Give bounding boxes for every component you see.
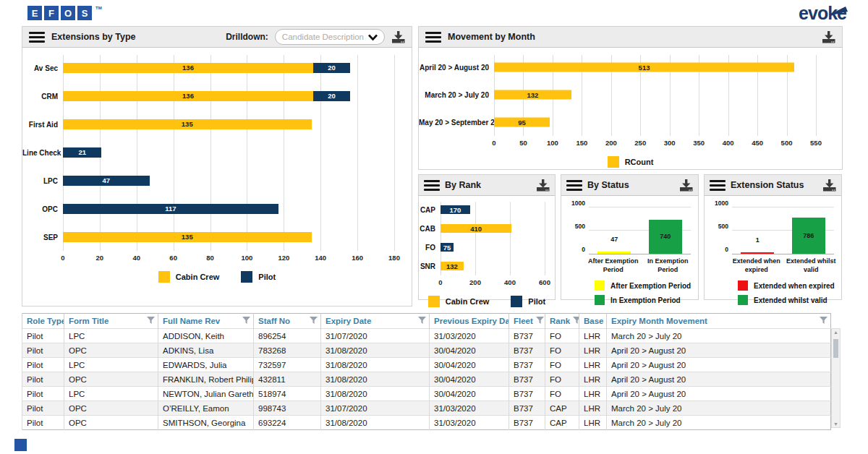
chart-row: SEP135 — [63, 223, 394, 251]
filter-icon[interactable] — [242, 317, 250, 326]
column-bar[interactable] — [597, 252, 631, 254]
axis-tick-label: 60 — [169, 254, 177, 262]
column-bar[interactable]: 740 — [649, 220, 682, 254]
gridline — [732, 207, 834, 207]
gridline — [545, 202, 545, 275]
column-header[interactable]: Form Title — [64, 314, 158, 329]
drilldown-select[interactable]: Candidate Description — [275, 29, 385, 45]
table-row[interactable]: PilotLPCNEWTON, Julian Gareth51897431/08… — [22, 387, 831, 401]
table-cell: LPC — [64, 387, 158, 401]
table-row[interactable]: PilotLPCEDWARDS, Julia73259731/08/202030… — [22, 358, 831, 372]
download-icon[interactable] — [679, 179, 693, 192]
filter-icon[interactable] — [418, 317, 426, 326]
movement-by-month-chart: April 20 > August 20513March 20 > July 2… — [419, 48, 842, 168]
column-header[interactable]: Base — [579, 314, 607, 329]
bar-segment[interactable]: 117 — [63, 204, 278, 214]
panel-by-status: By Status 0500100047740After Exemption P… — [561, 174, 699, 300]
x-axis: 0200400600 — [441, 275, 545, 290]
panel-header: Extension Status — [705, 175, 841, 196]
bar-segment[interactable]: 20 — [313, 63, 350, 73]
download-icon[interactable] — [391, 31, 405, 43]
legend-swatch — [428, 296, 440, 307]
bar-segment[interactable]: 20 — [313, 91, 350, 101]
table-cell: April 20 > August 20 — [607, 372, 831, 387]
axis-tick-label: 0 — [725, 246, 732, 253]
table-cell: 693224 — [254, 416, 321, 430]
chart-row: CRM13620 — [63, 82, 394, 110]
bar-segment[interactable]: 47 — [63, 176, 150, 186]
bar-segment[interactable]: 95 — [494, 118, 550, 127]
column-header[interactable]: Fleet — [509, 314, 545, 329]
axis-tick-label: 40 — [132, 254, 140, 262]
column-header[interactable]: Rank — [545, 314, 579, 329]
download-icon[interactable] — [536, 179, 550, 192]
bar-segment[interactable]: 75 — [441, 243, 454, 252]
gridline — [816, 55, 817, 136]
table-cell: 31/03/2020 — [430, 329, 509, 343]
column-bar[interactable]: 786 — [792, 218, 825, 254]
bar-segment[interactable]: 21 — [63, 147, 101, 158]
chart-legend: RCount — [419, 156, 842, 168]
column-header[interactable]: Previous Expiry Date — [430, 314, 509, 329]
table-cell: Pilot — [22, 401, 64, 416]
bar-segment[interactable]: 136 — [63, 63, 313, 73]
menu-icon[interactable] — [566, 180, 582, 191]
download-icon[interactable] — [822, 31, 835, 43]
menu-icon[interactable] — [425, 32, 441, 43]
drilldown-selected-value: Candidate Description — [282, 33, 364, 41]
filter-icon[interactable] — [147, 317, 155, 326]
filter-icon[interactable] — [573, 317, 579, 326]
table-scrollbar[interactable]: ▲ ▼ — [831, 328, 841, 428]
filter-icon[interactable] — [536, 317, 544, 326]
bar-segment[interactable]: 513 — [494, 63, 794, 72]
filter-icon[interactable] — [310, 317, 318, 326]
column-header-label: Base — [584, 317, 604, 325]
table-cell: 31/08/2020 — [321, 358, 430, 372]
column-header[interactable]: Expiry Date — [321, 314, 430, 329]
bar-segment[interactable]: 136 — [63, 91, 313, 101]
bar-segment[interactable]: 132 — [441, 262, 464, 270]
chevron-down-icon — [368, 34, 378, 40]
footer-brand-square — [14, 439, 27, 451]
scroll-up-icon[interactable]: ▲ — [832, 330, 840, 335]
menu-icon[interactable] — [710, 180, 726, 191]
panel-header: Movement by Month — [419, 27, 842, 48]
scrollbar-thumb[interactable] — [833, 339, 838, 358]
bar-segment[interactable]: 410 — [441, 224, 511, 233]
column-header-label: Staff No — [258, 317, 290, 325]
table-cell: OPC — [64, 401, 158, 416]
filter-icon[interactable] — [820, 317, 827, 326]
bar-segment[interactable]: 135 — [63, 119, 312, 129]
axis-tick-label: 500 — [575, 223, 589, 230]
category-label: March 20 > July 20 — [419, 91, 489, 99]
table-row[interactable]: PilotOPCFRANKLIN, Robert Philip43281131/… — [22, 372, 831, 387]
column-header[interactable]: Role Type — [22, 314, 64, 329]
bar-track: 135 — [63, 119, 394, 129]
table-header-row: Role TypeForm TitleFull Name RevStaff No… — [22, 314, 831, 329]
efos-logo-letter: S — [77, 6, 92, 20]
category-label: CRM — [22, 92, 58, 100]
column-header[interactable]: Staff No — [254, 314, 321, 329]
column-header[interactable]: Full Name Rev — [158, 314, 254, 329]
axis-tick-label: 80 — [206, 254, 214, 262]
bar-track: 513 — [494, 63, 816, 72]
table-row[interactable]: PilotOPCSMITHSON, Georgina69322431/08/20… — [22, 416, 831, 430]
scroll-down-icon[interactable]: ▼ — [832, 421, 840, 427]
bar-segment[interactable]: 170 — [441, 205, 470, 214]
table-row[interactable]: PilotOPCO’REILLY, Eamon99874331/07/20203… — [22, 401, 831, 416]
table-cell: B737 — [509, 329, 545, 343]
column-bar[interactable] — [741, 252, 774, 254]
bar-segment[interactable]: 135 — [63, 232, 312, 242]
table-cell: FO — [545, 343, 579, 358]
download-icon[interactable] — [822, 179, 836, 192]
bar-value-label: 47 — [610, 236, 618, 243]
menu-icon[interactable] — [29, 32, 45, 43]
legend-entry: Pilot — [241, 271, 276, 283]
menu-icon[interactable] — [424, 180, 440, 191]
axis-tick-label: 0 — [582, 246, 589, 253]
table-row[interactable]: PilotLPCADDISON, Keith89625431/07/202031… — [22, 329, 831, 343]
column-header[interactable]: Expiry Month Movement — [607, 314, 831, 329]
axis-tick-label: 0 — [438, 278, 442, 286]
table-row[interactable]: PilotOPCADKINS, Lisa78326831/08/202030/0… — [22, 343, 831, 358]
bar-segment[interactable]: 132 — [494, 90, 571, 100]
